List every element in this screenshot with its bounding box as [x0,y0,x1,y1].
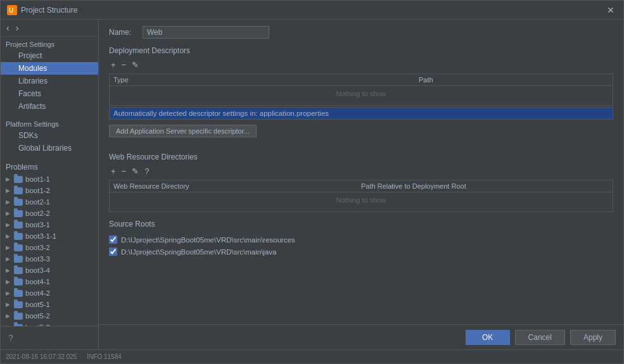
folder-icon [13,277,23,286]
sidebar-item-global-libraries[interactable]: Global Libraries [1,142,98,154]
dialog-body: ‹ › Project Settings Project Modules Lib… [1,20,623,349]
back-button[interactable]: ‹ [4,22,11,34]
arrow-icon: ▶ [6,267,13,273]
tree-item-boot3-3[interactable]: ▶ boot3-3 [1,253,98,265]
nothing-to-show-dd: Nothing to show [110,86,613,101]
tree-item-boot3-1-1[interactable]: ▶ boot3-1-1 [1,230,98,242]
arrow-icon: ▶ [6,301,13,308]
dd-add-button[interactable]: + [109,60,118,70]
sidebar-item-sdks[interactable]: SDKs [1,129,98,142]
ok-button[interactable]: OK [466,330,510,345]
arrow-icon: ▶ [6,187,13,194]
folder-icon [13,232,23,241]
bottom-bar: OK Cancel Apply [99,324,623,349]
folder-icon [13,186,23,195]
sidebar-item-modules[interactable]: Modules [1,62,98,75]
folder-icon [13,209,23,218]
status-date-time: 2021-08-16 16:07:32 025 [6,353,77,360]
dd-remove-button[interactable]: − [120,60,129,70]
sidebar-item-facets[interactable]: Facets [1,87,98,100]
arrow-icon: ▶ [6,279,13,285]
tree-item-boot3-2[interactable]: ▶ boot3-2 [1,242,98,253]
arrow-icon: ▶ [6,210,13,217]
folder-icon [13,175,23,184]
forward-button[interactable]: › [14,22,21,34]
right-panel: Name: Deployment Descriptors + − ✎ Type … [99,20,623,349]
table-header-wrd: Web Resource Directory Path Relative to … [110,180,613,192]
source-checkbox-java[interactable] [109,248,117,256]
apply-button[interactable]: Apply [570,330,616,345]
arrow-icon: ▶ [6,222,13,228]
folder-icon [13,266,23,275]
wrd-remove-button[interactable]: − [120,166,129,176]
folder-icon [13,243,23,252]
platform-settings-section-label: Platform Settings [1,116,98,129]
cancel-button[interactable]: Cancel [515,330,565,345]
web-resource-table: Web Resource Directory Path Relative to … [109,180,613,212]
table-body-dd: Nothing to show [110,86,613,105]
close-button[interactable]: ✕ [604,4,617,16]
arrow-icon: ▶ [6,199,13,205]
wrd-add-button[interactable]: + [109,166,118,176]
name-label: Name: [109,28,137,37]
source-checkbox-resources[interactable] [109,235,117,244]
tree-item-boot5-3[interactable]: ▶ boot5-3 [1,322,98,326]
tree-label: boot2-2 [25,210,50,217]
arrow-icon: ▶ [6,233,13,239]
tree-label: boot5-1 [25,301,50,308]
auto-detected-text: Automatically detected descriptor settin… [113,110,609,117]
tree-item-boot2-1[interactable]: ▶ boot2-1 [1,196,98,208]
table-header-dd: Type Path [110,74,613,86]
sidebar-item-problems[interactable]: Problems [1,161,98,173]
title-bar: U Project Structure ✕ [1,1,623,20]
tree-label: boot3-3 [25,255,50,263]
add-server-button[interactable]: Add Application Server specific descript… [109,125,257,137]
tree-item-boot5-1[interactable]: ▶ boot5-1 [1,299,98,310]
tree-label: boot1-2 [25,187,50,194]
tree-label: boot3-1-1 [25,232,56,240]
col-type: Type [113,76,419,84]
tree-label: boot3-1 [25,221,50,229]
tree-item-boot3-1[interactable]: ▶ boot3-1 [1,219,98,230]
folder-icon [13,289,23,298]
tree-item-boot1-2[interactable]: ▶ boot1-2 [1,185,98,196]
tree-label: boot4-1 [25,278,50,286]
tree-label: boot3-4 [25,267,50,274]
sidebar-item-libraries[interactable]: Libraries [1,75,98,87]
auto-detected-container: Automatically detected descriptor settin… [109,107,613,120]
auto-detected-row[interactable]: Automatically detected descriptor settin… [110,108,613,119]
add-server-container: Add Application Server specific descript… [109,125,613,145]
module-tree: ▶ boot1-1 ▶ boot1-2 ▶ boot2-1 ▶ [1,173,98,326]
right-content: Name: Deployment Descriptors + − ✎ Type … [99,20,623,324]
tree-item-boot4-1[interactable]: ▶ boot4-1 [1,276,98,287]
deployment-descriptors-table: Type Path Nothing to show [109,73,613,106]
arrow-icon: ▶ [6,256,13,262]
arrow-icon: ▶ [6,290,13,296]
idea-icon: U [7,5,17,15]
tree-item-boot1-1[interactable]: ▶ boot1-1 [1,173,98,185]
web-resource-label: Web Resource Directories [109,153,613,161]
sidebar-item-artifacts[interactable]: Artifacts [1,100,98,113]
folder-icon [13,220,23,229]
bottom-left-toolbar: ? [1,326,98,349]
dd-edit-button[interactable]: ✎ [130,60,141,70]
wrd-edit-button[interactable]: ✎ [130,166,141,176]
tree-item-boot5-2[interactable]: ▶ boot5-2 [1,310,98,322]
tree-label: boot1-1 [25,175,50,183]
wrd-help-button[interactable]: ? [143,166,151,176]
folder-icon [13,311,23,320]
svg-text:U: U [9,7,13,14]
help-button[interactable]: ? [6,330,16,346]
folder-icon [13,300,23,309]
status-info: INFO 11584 [87,353,121,360]
status-bar: 2021-08-16 16:07:32 025 INFO 11584 [1,349,623,363]
tree-item-boot2-2[interactable]: ▶ boot2-2 [1,208,98,219]
source-roots-label: Source Roots [109,220,613,229]
name-field-row: Name: [109,26,613,39]
sidebar-item-project[interactable]: Project [1,49,98,62]
name-input[interactable] [143,26,269,39]
tree-item-boot3-4[interactable]: ▶ boot3-4 [1,265,98,276]
nothing-to-show-wrd: Nothing to show [110,192,613,208]
nav-toolbar: ‹ › [1,20,98,37]
tree-item-boot4-2[interactable]: ▶ boot4-2 [1,287,98,299]
